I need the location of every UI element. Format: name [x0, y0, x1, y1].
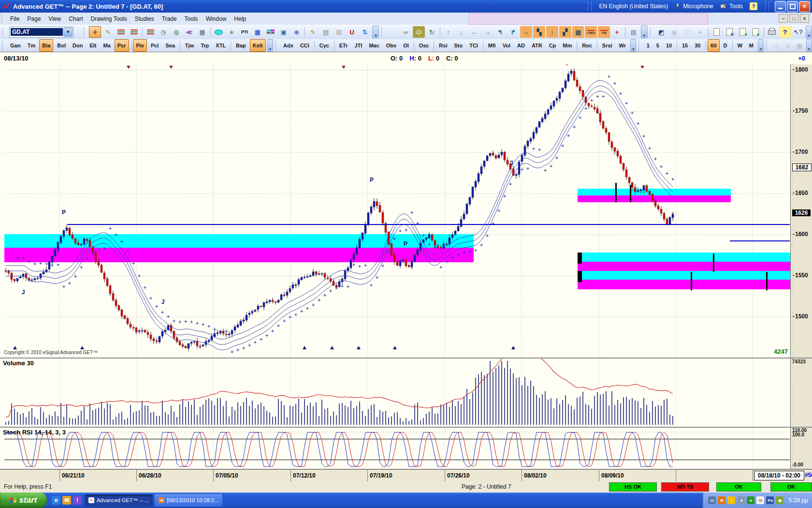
- toolbar-overflow-button[interactable]: ▾: [758, 39, 764, 52]
- zoom-in-icon[interactable]: ⊕: [290, 26, 303, 38]
- indicator-osc[interactable]: Osc: [416, 39, 432, 52]
- indicator-cci[interactable]: CCI: [297, 39, 312, 52]
- crosshair-icon[interactable]: +: [611, 26, 623, 38]
- step-back-icon[interactable]: ↰: [494, 26, 506, 38]
- select-move-tool-icon[interactable]: ✛: [89, 26, 101, 38]
- home-icon[interactable]: ⌂: [771, 40, 782, 51]
- menu-chart[interactable]: Chart: [65, 14, 87, 24]
- toolbar-grip[interactable]: [381, 27, 385, 37]
- context-help-icon[interactable]: ↖?: [792, 26, 804, 38]
- symbol-combo[interactable]: GD.AT▼: [9, 27, 73, 38]
- symbol-value[interactable]: GD.AT: [11, 28, 63, 36]
- paste-icon[interactable]: ⊡: [333, 26, 345, 38]
- print-icon[interactable]: [766, 26, 778, 38]
- toolbar-overflow-button[interactable]: ▾: [806, 26, 812, 38]
- refresh-icon[interactable]: ↻: [426, 26, 438, 38]
- toolbar-grip[interactable]: [650, 27, 653, 37]
- toolbar-overflow-button[interactable]: ▾: [630, 39, 636, 52]
- timeframe-w[interactable]: W: [734, 39, 745, 52]
- language-tools-button[interactable]: Tools: [720, 3, 743, 10]
- magnet-icon[interactable]: U: [346, 26, 358, 38]
- page-new-icon[interactable]: [710, 26, 723, 38]
- copy-grid-icon[interactable]: ▤: [320, 26, 332, 38]
- grid-tool-icon[interactable]: ▦: [196, 26, 208, 38]
- indicator-sto[interactable]: Sto: [451, 39, 465, 52]
- annotation-icon[interactable]: ●: [695, 26, 707, 38]
- indicator-cyc[interactable]: Cyc: [317, 39, 332, 52]
- step-forward-icon[interactable]: ↱: [507, 26, 519, 38]
- nvidia-icon[interactable]: ◉: [776, 496, 783, 504]
- study-gan[interactable]: Gan: [7, 39, 23, 52]
- time-cycle-icon[interactable]: ◷: [157, 26, 169, 38]
- study-tjw[interactable]: Tjw: [182, 39, 197, 52]
- indicator-vol[interactable]: Vol: [500, 39, 513, 52]
- language-indicator[interactable]: EN English (United States): [599, 3, 668, 10]
- indicator-wr[interactable]: Wr: [616, 39, 629, 52]
- indicator-etr[interactable]: ETr: [336, 39, 351, 52]
- study-kelt[interactable]: Kelt: [250, 39, 266, 52]
- split-view-icon[interactable]: ⇅: [359, 26, 371, 38]
- menu-window[interactable]: Window: [202, 14, 231, 24]
- study-sea[interactable]: Sea: [162, 39, 178, 52]
- menu-tools[interactable]: Tools: [181, 14, 202, 24]
- study-bap[interactable]: Bap: [233, 39, 249, 52]
- funnel-icon[interactable]: ▽: [682, 26, 694, 38]
- toolbar-grip[interactable]: [276, 41, 278, 50]
- page-next-icon[interactable]: ▶: [750, 26, 762, 38]
- snapshot-icon[interactable]: ▣: [668, 26, 681, 38]
- ie-icon[interactable]: e: [52, 496, 60, 505]
- messenger-icon[interactable]: !: [73, 496, 82, 505]
- timeframe-m[interactable]: M: [746, 39, 756, 52]
- study-tm[interactable]: Tm: [25, 39, 39, 52]
- toolbar-grip[interactable]: [638, 41, 641, 50]
- expand-horizontal-icon[interactable]: ↔: [520, 26, 532, 38]
- indicator-mfi[interactable]: Mfi: [485, 39, 499, 52]
- timeframe-5[interactable]: 5: [653, 39, 662, 52]
- tile-windows-icon[interactable]: ▚: [533, 26, 545, 38]
- display-icon[interactable]: ▭: [708, 496, 716, 504]
- lines-tool-icon[interactable]: LINES: [585, 26, 597, 38]
- menu-page[interactable]: Page: [23, 14, 44, 24]
- timeframe-15[interactable]: 15: [679, 39, 691, 52]
- language-bar-options[interactable]: [765, 2, 769, 11]
- indicator-srsi[interactable]: Srsi: [599, 39, 615, 52]
- timeframe-d[interactable]: D: [721, 39, 730, 52]
- indicator-mac[interactable]: Mac: [366, 39, 382, 52]
- menu-help[interactable]: Help: [230, 14, 250, 24]
- chart-setup-icon[interactable]: ◩: [655, 26, 667, 38]
- esignal-icon[interactable]: ≋: [718, 496, 725, 504]
- restore-button[interactable]: [787, 1, 798, 12]
- toolbar-grip[interactable]: [2, 27, 6, 37]
- timeframe-10[interactable]: 10: [663, 39, 675, 52]
- fib-tool-icon[interactable]: FIB: [598, 26, 610, 38]
- speaker-icon[interactable]: ◄: [737, 496, 745, 504]
- pdf-icon[interactable]: Pa: [766, 496, 774, 504]
- language-help-button[interactable]: ?: [750, 2, 757, 10]
- fan-lines-icon[interactable]: ≪: [183, 26, 195, 38]
- start-button[interactable]: start: [0, 493, 47, 508]
- scroll-right-icon[interactable]: →: [481, 26, 493, 38]
- mob-tool-icon[interactable]: MOB: [264, 26, 276, 38]
- study-psr[interactable]: Psr: [115, 39, 129, 52]
- study-piv[interactable]: Piv: [133, 39, 147, 52]
- indicator-atr[interactable]: ATR: [529, 39, 545, 52]
- scroll-down-icon[interactable]: ↓: [455, 26, 467, 38]
- menu-drawing-tools[interactable]: Drawing Tools: [87, 14, 131, 24]
- page-edit-icon[interactable]: ▣: [277, 26, 290, 38]
- security-shield-icon[interactable]: !: [727, 496, 735, 504]
- page-save-icon[interactable]: ▦: [724, 26, 736, 38]
- price-axis[interactable]: ⚆⚆ 180017501700165016001550150016821626: [790, 64, 812, 358]
- scroll-up-icon[interactable]: ↑: [442, 26, 454, 38]
- indicator-rsi[interactable]: Rsi: [436, 39, 450, 52]
- ellipse-tool-icon[interactable]: [213, 26, 225, 38]
- expert-trend-icon[interactable]: [115, 26, 127, 38]
- mdi-close-button[interactable]: ×: [800, 14, 809, 23]
- menu-view[interactable]: View: [44, 14, 65, 24]
- indicator-adx[interactable]: Adx: [280, 39, 296, 52]
- menu-grip[interactable]: [1, 14, 5, 24]
- close-button[interactable]: ×: [799, 1, 810, 12]
- indicator-obv[interactable]: Obv: [383, 39, 399, 52]
- indicator-cp[interactable]: Cp: [546, 39, 559, 52]
- trend-channel-icon[interactable]: [128, 26, 140, 38]
- mail-icon[interactable]: ✉: [62, 496, 71, 505]
